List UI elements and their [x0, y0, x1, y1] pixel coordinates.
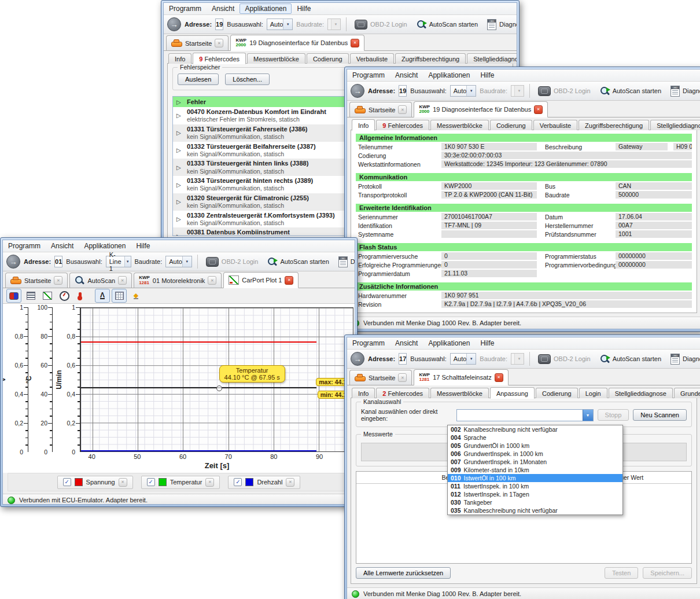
menu-item-programm[interactable]: Programm	[347, 70, 390, 80]
tab-stellglieddiagnose[interactable]: Stellglieddiagnose	[650, 120, 700, 130]
cursor-tool-button[interactable]: Λ	[95, 289, 110, 303]
reset-lernwerte-button[interactable]: Alle Lernwerte zurücksetzen	[356, 567, 451, 579]
tab-codierung[interactable]: Codierung	[490, 120, 532, 130]
tab-fehlercodes[interactable]: 2Fehlercodes	[376, 388, 429, 398]
data-point-marker[interactable]	[216, 385, 222, 391]
diagnosebericht-button[interactable]: Diagnosebericht erstellen	[484, 17, 517, 32]
autoscan-button[interactable]: AutoScan starten	[264, 255, 331, 269]
expand-arrow-icon[interactable]: ▷	[176, 199, 183, 205]
autoscan-button[interactable]: AutoScan starten	[597, 352, 664, 366]
adresse-input[interactable]: 17	[399, 353, 407, 365]
tab-startseite[interactable]: Startseite ✕	[166, 35, 229, 50]
tab-schalttafeleinsatz[interactable]: KWP1281 17 Schalttafeleinsatz ✕	[414, 369, 508, 385]
legend-item-drehzahl[interactable]: ✓Drehzahl✕	[228, 476, 300, 489]
gauge-view-button[interactable]	[57, 289, 72, 303]
chart-view-button[interactable]	[40, 289, 55, 303]
dropdown-item-010[interactable]: 010IstwertÖl in 100 km	[448, 474, 622, 482]
expand-arrow-icon[interactable]: ▷	[176, 164, 183, 171]
close-icon[interactable]: ✕	[208, 276, 216, 285]
dropdown-item-012[interactable]: 012IstwertInspek. in 1Tagen	[448, 490, 622, 498]
tab-fehlercodes[interactable]: 9Fehlercodes	[193, 53, 246, 64]
diagnosebericht-button[interactable]: Diagnosebericht erstellen	[336, 255, 355, 269]
dropdown-item-004[interactable]: 004Sprache	[448, 433, 622, 442]
checkbox[interactable]: ✓	[147, 478, 155, 486]
menu-item-ansicht[interactable]: Ansicht	[46, 241, 79, 251]
expand-arrow-icon[interactable]: ▷	[176, 216, 183, 222]
tab-stellglieddiagnose[interactable]: Stellglieddiagnose	[609, 388, 673, 398]
dropdown-item-035[interactable]: 035Kanalbeschreibung nicht verfügbar	[448, 506, 622, 515]
snap-tool-button[interactable]	[6, 289, 21, 303]
tab-messwertblöcke[interactable]: Messwertblöcke	[247, 53, 305, 64]
diagnosebericht-button[interactable]: Diagnosebericht erstellen	[668, 84, 700, 98]
tab-login[interactable]: Login	[579, 388, 607, 398]
marker-tool-button[interactable]: ◆	[128, 289, 143, 303]
tab-messwertblöcke[interactable]: Messwertblöcke	[430, 388, 489, 398]
close-icon[interactable]: ✕	[286, 478, 294, 487]
diagnosebericht-button[interactable]: Diagnosebericht erstellen	[668, 352, 700, 366]
connect-button[interactable]: →	[351, 352, 364, 366]
menu-item-applikationen[interactable]: Applikationen	[423, 70, 475, 80]
tab-startseite[interactable]: Startseite ✕	[349, 102, 412, 117]
tab-autoscan[interactable]: AutoScan ✕	[69, 273, 132, 288]
close-icon[interactable]: ✕	[54, 276, 62, 285]
menu-item-hilfe[interactable]: Hilfe	[475, 338, 499, 348]
tab-carport-plot[interactable]: CarPort Plot 1 ✕	[223, 272, 299, 288]
menu-item-programm[interactable]: Programm	[164, 3, 207, 14]
dropdown-item-002[interactable]: 002Kanalbeschreibung nicht verfügbar	[448, 425, 622, 433]
menu-item-ansicht[interactable]: Ansicht	[207, 3, 240, 14]
close-icon[interactable]: ✕	[205, 478, 214, 487]
menu-item-ansicht[interactable]: Ansicht	[390, 338, 423, 348]
close-icon[interactable]: ✕	[398, 105, 407, 114]
tab-grundeinstellung[interactable]: Grundeinstellung	[674, 388, 700, 398]
expand-arrow-icon[interactable]: ▷	[176, 112, 183, 119]
tab-info[interactable]: Info	[352, 388, 375, 398]
chevron-down-icon[interactable]: ▼	[583, 410, 593, 421]
menu-item-hilfe[interactable]: Hilfe	[292, 3, 316, 14]
tab-motorelektronik[interactable]: KWP1281 01 Motorelektronik ✕	[134, 273, 222, 288]
menu-item-programm[interactable]: Programm	[347, 338, 390, 348]
tab-diagnoseinterface[interactable]: KWP2000 19 Diagnoseinterface für Datenbu…	[230, 35, 364, 51]
close-icon[interactable]: ✕	[118, 276, 127, 285]
loeschen-button[interactable]: Löschen...	[225, 74, 270, 85]
tab-codierung[interactable]: Codierung	[307, 53, 349, 64]
tab-zugriffsberechtigung[interactable]: Zugriffsberechtigung	[395, 53, 466, 64]
adresse-input[interactable]: 19	[399, 85, 407, 97]
dropdown-item-009[interactable]: 009Kilometer-stand in 10km	[448, 466, 622, 474]
tab-codierung[interactable]: Codierung	[536, 388, 578, 398]
auslesen-button[interactable]: Auslesen	[178, 74, 219, 85]
adresse-input[interactable]: 01	[54, 256, 62, 267]
close-icon[interactable]: ✕	[495, 373, 503, 382]
baudrate-select[interactable]: Auto▼	[165, 256, 192, 267]
legend-item-spannung[interactable]: ✓Spannung✕	[57, 476, 133, 489]
checkbox[interactable]: ✓	[234, 478, 242, 486]
menu-item-programm[interactable]: Programm	[3, 241, 46, 251]
expand-arrow-icon[interactable]: ▷	[176, 130, 183, 136]
connect-button[interactable]: →	[351, 84, 364, 98]
tab-verbauliste[interactable]: Verbauliste	[350, 53, 394, 64]
menu-item-ansicht[interactable]: Ansicht	[390, 70, 423, 80]
close-icon[interactable]: ✕	[285, 276, 293, 285]
menu-item-hilfe[interactable]: Hilfe	[475, 70, 499, 80]
connect-button[interactable]: →	[6, 255, 20, 269]
close-icon[interactable]: ✕	[351, 39, 359, 47]
tab-fehlercodes[interactable]: 9Fehlercodes	[376, 120, 429, 130]
expand-arrow-icon[interactable]: ▷	[176, 147, 183, 153]
connect-button[interactable]: →	[167, 17, 181, 31]
tab-stellglieddiagnose[interactable]: Stellglieddiagnose	[467, 53, 517, 64]
menu-item-applikationen[interactable]: Applikationen	[79, 241, 131, 251]
tab-info[interactable]: Info	[352, 119, 375, 131]
busauswahl-select[interactable]: Auto▼	[450, 353, 477, 365]
tab-zugriffsberechtigung[interactable]: Zugriffsberechtigung	[579, 120, 649, 130]
close-icon[interactable]: ✕	[119, 478, 127, 487]
busauswahl-select[interactable]: K-Line 1▼	[106, 256, 131, 267]
tab-startseite[interactable]: Startseite ✕	[349, 370, 412, 385]
close-icon[interactable]: ✕	[534, 105, 543, 114]
checkbox[interactable]: ✓	[63, 478, 71, 486]
tab-verbauliste[interactable]: Verbauliste	[533, 120, 577, 130]
autoscan-button[interactable]: AutoScan starten	[597, 84, 664, 98]
legend-item-temperatur[interactable]: ✓Temperatur✕	[141, 476, 220, 489]
dropdown-item-030[interactable]: 030Tankgeber	[448, 498, 622, 506]
menu-item-applikationen[interactable]: Applikationen	[240, 3, 292, 14]
tab-info[interactable]: Info	[168, 53, 191, 64]
adresse-input[interactable]: 19	[215, 19, 223, 30]
